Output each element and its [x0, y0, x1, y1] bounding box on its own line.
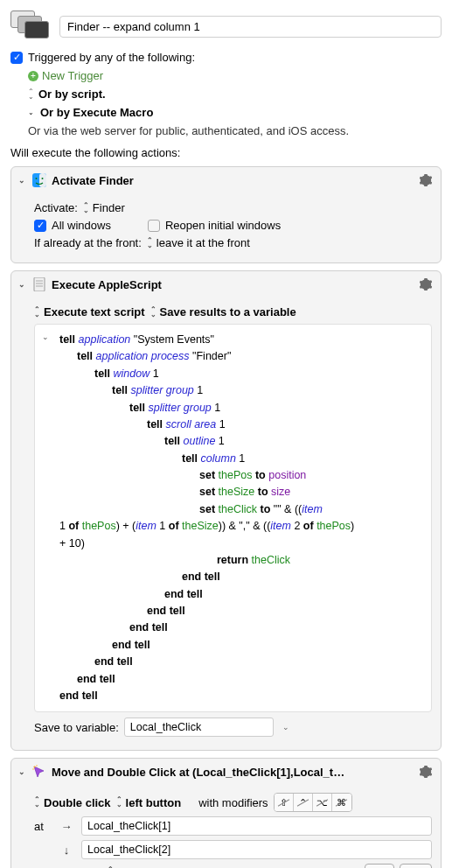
svg-point-8 [34, 766, 36, 768]
gear-icon[interactable] [418, 276, 434, 292]
activate-app-popup[interactable]: Finder [83, 201, 125, 214]
triggered-by-label: Triggered by any of the following: [28, 51, 195, 64]
svg-rect-1 [39, 173, 46, 187]
action-title: Execute AppleScript [52, 278, 162, 291]
svg-rect-4 [34, 277, 45, 291]
svg-point-9 [36, 766, 37, 766]
modifier-group: ⇧ ⌃ ⌥ ⌘ [274, 793, 352, 812]
if-front-label: If already at the front: [34, 236, 142, 249]
action-activate-finder: ⌄ Activate Finder Activate: Finder All w… [10, 166, 442, 263]
plus-icon: + [28, 71, 38, 81]
macro-title-input[interactable] [59, 16, 442, 38]
disclosure-icon[interactable]: ⌄ [42, 332, 49, 344]
down-arrow-icon: ↓ [57, 844, 76, 856]
reopen-label: Reopen initial windows [165, 219, 281, 232]
new-trigger-link[interactable]: + New Trigger [28, 69, 442, 82]
y-coord-input[interactable] [81, 840, 432, 859]
disclosure-icon[interactable]: ⌄ [18, 767, 27, 776]
macro-icon [10, 10, 52, 42]
script-mode-popup[interactable]: Execute text script [34, 305, 145, 318]
button-type-popup[interactable]: left button [116, 796, 182, 809]
all-windows-checkbox[interactable] [34, 220, 46, 232]
gear-icon[interactable] [418, 764, 434, 780]
or-by-execute-row[interactable]: ⌄ Or by Execute Macro [28, 106, 442, 119]
action-title: Activate Finder [52, 174, 134, 187]
click-type-popup[interactable]: Double click [34, 796, 111, 809]
reopen-checkbox[interactable] [148, 220, 160, 232]
action-title: Move and Double Click at (Local_theClick… [52, 766, 349, 779]
command-modifier-button[interactable]: ⌘ [332, 794, 351, 811]
at-label: at [34, 820, 52, 833]
svg-point-10 [32, 769, 33, 770]
disclosure-icon[interactable]: ⌄ [18, 280, 27, 289]
chevron-down-icon[interactable]: ⌄ [279, 723, 291, 732]
disclosure-icon[interactable]: ⌄ [18, 176, 27, 185]
gear-icon[interactable] [418, 172, 434, 188]
if-front-popup[interactable]: leave it at the front [147, 236, 250, 249]
action-execute-applescript: ⌄ Execute AppleScript Execute text scrip… [10, 270, 442, 751]
action-move-doubleclick: ⌄ Move and Double Click at (Local_theCli… [10, 758, 442, 868]
shift-modifier-button[interactable]: ⇧ [275, 794, 294, 811]
svg-point-2 [36, 178, 38, 179]
save-mode-popup[interactable]: Save results to a variable [150, 305, 296, 318]
or-via-web-label: Or via the web server for public, authen… [28, 124, 442, 137]
get-button[interactable]: Get [400, 864, 432, 868]
triggered-by-checkbox[interactable] [10, 52, 23, 64]
applescript-editor[interactable]: ⌄ tell application "System Events" tell … [34, 324, 432, 712]
chevron-down-icon: ⌄ [28, 108, 37, 116]
will-execute-label: Will execute the following actions: [10, 146, 442, 159]
with-modifiers-label: with modifiers [198, 796, 268, 809]
control-modifier-button[interactable]: ⌃ [294, 794, 313, 811]
save-variable-input[interactable] [124, 718, 274, 737]
right-arrow-icon: → [57, 821, 76, 832]
or-by-script-row[interactable]: Or by script. [28, 88, 442, 101]
go-button[interactable]: Go [365, 864, 394, 868]
option-modifier-button[interactable]: ⌥ [313, 794, 332, 811]
activate-label: Activate: [34, 201, 78, 214]
svg-point-3 [42, 178, 44, 179]
updown-icon [28, 89, 35, 100]
all-windows-label: All windows [52, 219, 111, 232]
script-icon [32, 277, 46, 291]
cursor-click-icon [32, 765, 46, 779]
save-to-variable-label: Save to variable: [34, 721, 119, 734]
finder-icon [32, 173, 46, 187]
x-coord-input[interactable] [81, 816, 432, 836]
